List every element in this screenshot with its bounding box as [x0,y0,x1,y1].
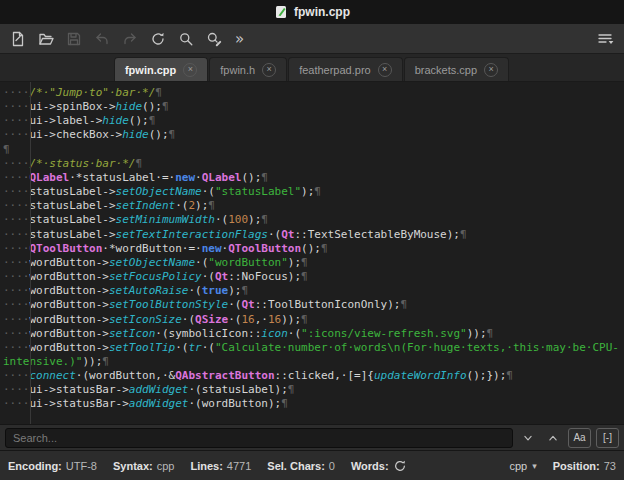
match-case-button[interactable]: Aa [568,428,591,448]
code-token: ¶ [3,143,10,156]
code-token: ::NoFocus); [228,270,301,283]
status-position: Position: 73 [553,460,616,472]
code-token: ¶ [506,369,513,382]
code-token: QSize [195,313,228,326]
toolbar-button-reload[interactable] [146,27,170,51]
toolbar-button-open-file[interactable] [34,27,58,51]
status-encoding-value: UTF-8 [66,460,97,472]
code-token: )); [281,313,301,326]
code-token: (); [142,100,162,113]
status-encoding-label: Encoding: [8,460,62,472]
status-sel-chars-value: 0 [329,460,335,472]
code-line: ····wordButton->setAutoRaise·(true);¶ [3,284,624,298]
code-line: ····wordButton->setToolTip·(tr·("Calcula… [3,341,624,355]
code-token: wordButton-> [30,284,109,297]
toolbar-button-redo[interactable] [118,27,142,51]
code-token: ·( [228,298,241,311]
code-token: (); [149,128,169,141]
tab-brackets.cpp[interactable]: brackets.cpp× [404,57,509,81]
code-token: "wordButton" [208,256,287,269]
code-token: setFocusPolicy [109,270,202,283]
toolbar-button-find-replace[interactable] [202,27,226,51]
code-token: ui->spinBox-> [30,100,116,113]
status-encoding: Encoding:UTF-8 [8,460,97,472]
code-token: ¶ [261,213,268,226]
code-token: statusLabel-> [30,213,116,226]
menu-button[interactable] [594,27,618,51]
code-token: wordButton-> [30,327,109,340]
code-token: ···· [3,313,30,326]
code-token: setToolButtonStyle [109,298,228,311]
code-token: 100 [228,213,248,226]
toolbar-overflow-button[interactable]: » [230,30,249,48]
code-token: ·(symbolicIcon:: [155,327,261,340]
code-token: 16 [268,313,281,326]
code-line: ····ui->statusBar->addWidget·(wordButton… [3,397,624,411]
code-token: ui->checkBox-> [30,128,123,141]
code-line: ····ui->checkBox->hide();¶ [3,128,624,142]
code-token: ¶ [155,86,162,99]
code-token: ···· [3,199,30,212]
chevron-down-icon: ▾ [532,461,537,471]
code-token: ui->statusBar-> [30,383,129,396]
code-token: ¶ [460,228,467,241]
code-token: ·*statusLabel·=· [69,171,175,184]
tab-close-icon[interactable]: × [183,63,197,77]
tab-strip: fpwin.cpp×fpwin.h×featherpad.pro×bracket… [114,57,510,81]
code-token: ui->statusBar-> [30,397,129,410]
code-token: ···· [3,327,30,340]
editor[interactable]: ····/*·"Jump·to"·bar·*/¶····ui->spinBox-… [0,82,624,424]
syntax-dropdown[interactable]: cpp ▾ [509,460,536,472]
code-token: ···· [3,86,30,99]
code-token: setObjectName [116,185,202,198]
refresh-icon [393,459,407,473]
whole-word-button[interactable]: [-] [596,428,619,448]
code-token: new [175,171,195,184]
app-icon [274,5,288,19]
code-token: ·( [188,284,201,297]
code-token: setIcon [109,327,155,340]
status-sel-chars-label: Sel. Chars: [267,460,324,472]
code-token: ¶ [301,256,308,269]
code-line: ····/*·"Jump·to"·bar·*/¶ [3,86,624,100]
code-token: statusLabel-> [30,228,116,241]
code-token: ···· [3,397,30,410]
tab-close-icon[interactable]: × [378,63,392,77]
toolbar-button-save-file[interactable] [62,27,86,51]
code-token: ···· [3,341,30,354]
search-next-button[interactable] [518,428,538,448]
word-count-refresh-button[interactable] [393,459,407,473]
toolbar-button-undo[interactable] [90,27,114,51]
code-line: ····QToolButton·*wordButton·=·new·QToolB… [3,242,624,256]
search-input[interactable] [5,428,513,448]
code-token: ¶ [281,397,288,410]
tab-featherpad.pro[interactable]: featherpad.pro× [288,57,403,81]
code-token: ·(statusLabel); [188,383,287,396]
code-token: (); [301,242,321,255]
tab-close-icon[interactable]: × [484,63,498,77]
code-token: ···· [3,242,30,255]
code-token: ); [288,256,301,269]
code-token: QToolButton [30,242,103,255]
code-token: ···· [3,270,30,283]
code-line: ····connect·(wordButton,·&QAbstractButto… [3,369,624,383]
tab-label: fpwin.cpp [125,64,176,76]
code-token: ¶ [321,242,328,255]
tab-close-icon[interactable]: × [262,63,276,77]
status-bar: Encoding:UTF-8Syntax:cppLines:4771Sel. C… [0,450,624,480]
chevron-up-icon [546,431,560,445]
toolbar-button-new-file[interactable] [6,27,30,51]
tab-label: fpwin.h [220,64,255,76]
code-token: ···· [3,114,30,127]
code-token: ···· [3,171,30,184]
code-token: addWidget [129,383,189,396]
code-token: /*·status·bar·*/ [30,157,136,170]
code-token: ¶ [169,128,176,141]
toolbar-button-search[interactable] [174,27,198,51]
code-token: ···· [3,128,30,141]
search-prev-button[interactable] [543,428,563,448]
code-token: ·( [228,313,241,326]
code-token: ¶ [487,327,494,340]
tab-fpwin.cpp[interactable]: fpwin.cpp× [114,57,208,81]
tab-fpwin.h[interactable]: fpwin.h× [209,57,287,81]
